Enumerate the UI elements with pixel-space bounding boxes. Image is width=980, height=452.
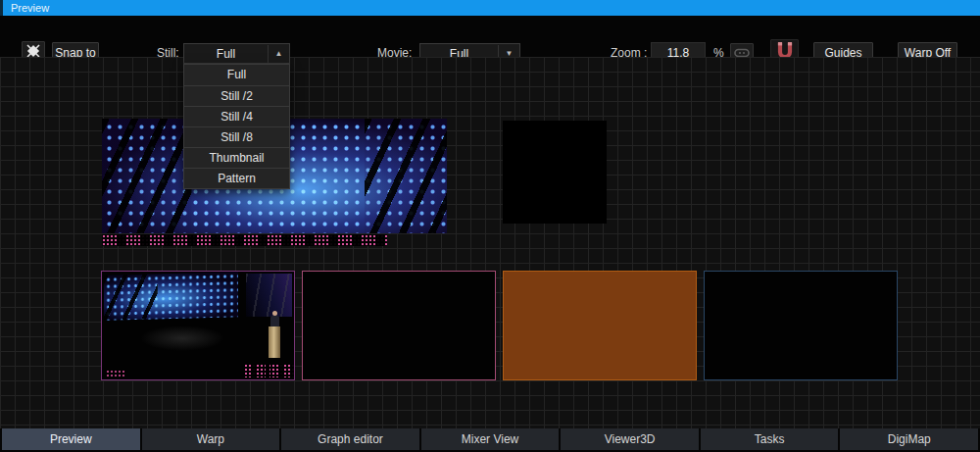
still-dropdown-value: Full — [184, 47, 268, 61]
orange-output-thumbnail[interactable] — [503, 271, 697, 380]
preview-window: Preview Snap to Still: Full ▲ — [0, 0, 980, 452]
toolbar: Snap to Still: Full ▲ Full Still /2 Stil… — [0, 16, 980, 57]
tab-tasks[interactable]: Tasks — [701, 428, 839, 450]
still-dropdown[interactable]: Full ▲ — [183, 43, 290, 64]
tab-preview[interactable]: Preview — [2, 428, 140, 450]
black-surface-preview[interactable] — [503, 121, 607, 224]
stage-floor-spot — [140, 326, 224, 351]
tab-graph-editor[interactable]: Graph editor — [281, 428, 419, 450]
tab-digimap[interactable]: DigiMap — [840, 428, 978, 450]
pixel-cluster-bottom-right — [244, 364, 294, 377]
still-option-still-4[interactable]: Still /4 — [184, 106, 289, 126]
stage-led-wall — [104, 272, 238, 321]
still-option-thumbnail[interactable]: Thumbnail — [184, 147, 289, 168]
pixel-cluster-bottom-left — [106, 370, 125, 377]
window-titlebar[interactable]: Preview — [0, 0, 980, 16]
chevron-up-icon: ▲ — [268, 45, 289, 63]
window-title: Preview — [3, 2, 49, 14]
still-option-pattern[interactable]: Pattern — [184, 168, 289, 188]
figure-head — [272, 311, 277, 316]
black-output-thumbnail-blue[interactable] — [704, 271, 898, 380]
still-option-full[interactable]: Full — [184, 65, 289, 85]
still-option-still-2[interactable]: Still /2 — [184, 85, 289, 106]
bottom-tabbar: Preview Warp Graph editor Mixer View Vie… — [0, 428, 980, 452]
still-dropdown-list: Full Still /2 Still /4 Still /8 Thumbnai… — [183, 64, 290, 189]
still-option-still-8[interactable]: Still /8 — [184, 126, 289, 147]
preview-canvas[interactable] — [0, 57, 980, 428]
tab-warp[interactable]: Warp — [142, 428, 280, 450]
pixel-strip-preview[interactable] — [102, 234, 387, 246]
stage-scene-thumbnail[interactable] — [101, 271, 295, 380]
black-output-thumbnail-pink[interactable] — [302, 271, 496, 380]
podium — [269, 326, 280, 358]
tab-viewer3d[interactable]: Viewer3D — [561, 428, 699, 450]
tab-mixer-view[interactable]: Mixer View — [421, 428, 560, 450]
presenter-figure — [268, 311, 281, 362]
